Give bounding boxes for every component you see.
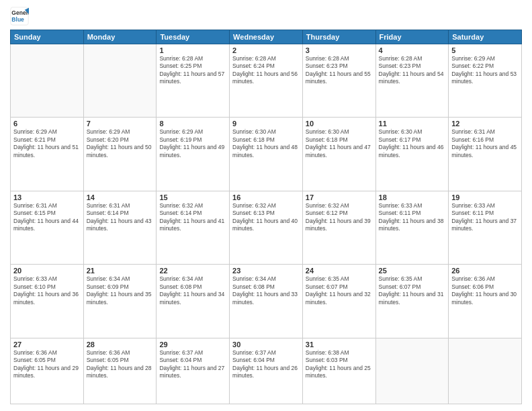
calendar-cell: 30Sunrise: 6:37 AMSunset: 6:04 PMDayligh… bbox=[230, 338, 303, 404]
day-number: 7 bbox=[87, 120, 154, 128]
day-number: 19 bbox=[451, 193, 519, 201]
calendar-cell: 10Sunrise: 6:30 AMSunset: 6:18 PMDayligh… bbox=[302, 118, 375, 191]
day-detail: Sunrise: 6:38 AMSunset: 6:03 PMDaylight:… bbox=[306, 349, 373, 380]
calendar-cell: 29Sunrise: 6:37 AMSunset: 6:04 PMDayligh… bbox=[157, 338, 230, 404]
day-detail: Sunrise: 6:28 AMSunset: 6:25 PMDaylight:… bbox=[159, 55, 226, 86]
calendar-cell: 14Sunrise: 6:31 AMSunset: 6:14 PMDayligh… bbox=[83, 191, 157, 264]
day-number: 2 bbox=[232, 46, 300, 54]
calendar-cell: 19Sunrise: 6:33 AMSunset: 6:11 PMDayligh… bbox=[449, 191, 522, 264]
day-detail: Sunrise: 6:35 AMSunset: 6:07 PMDaylight:… bbox=[379, 275, 446, 306]
calendar-cell: 2Sunrise: 6:28 AMSunset: 6:24 PMDaylight… bbox=[230, 44, 303, 118]
day-number: 17 bbox=[306, 193, 373, 201]
day-number: 3 bbox=[306, 46, 373, 54]
day-number: 31 bbox=[306, 340, 373, 349]
day-number: 30 bbox=[232, 340, 300, 349]
calendar-cell: 23Sunrise: 6:34 AMSunset: 6:08 PMDayligh… bbox=[230, 265, 303, 338]
calendar-body: 1Sunrise: 6:28 AMSunset: 6:25 PMDaylight… bbox=[11, 44, 522, 404]
day-number: 23 bbox=[232, 267, 300, 275]
calendar-cell bbox=[449, 338, 522, 404]
day-header-saturday: Saturday bbox=[449, 30, 522, 44]
calendar-cell bbox=[375, 338, 449, 404]
day-number: 28 bbox=[87, 340, 154, 349]
day-header-friday: Friday bbox=[375, 30, 449, 44]
day-detail: Sunrise: 6:28 AMSunset: 6:23 PMDaylight:… bbox=[306, 55, 373, 86]
calendar-cell: 18Sunrise: 6:33 AMSunset: 6:11 PMDayligh… bbox=[375, 191, 449, 264]
day-number: 21 bbox=[87, 267, 154, 275]
day-number: 6 bbox=[13, 120, 81, 128]
calendar-week-1: 6Sunrise: 6:29 AMSunset: 6:21 PMDaylight… bbox=[11, 118, 522, 191]
calendar-cell bbox=[11, 44, 84, 118]
day-detail: Sunrise: 6:31 AMSunset: 6:14 PMDaylight:… bbox=[87, 202, 154, 233]
calendar-cell: 3Sunrise: 6:28 AMSunset: 6:23 PMDaylight… bbox=[302, 44, 375, 118]
day-number: 4 bbox=[379, 46, 446, 54]
day-number: 29 bbox=[159, 340, 226, 349]
day-detail: Sunrise: 6:30 AMSunset: 6:18 PMDaylight:… bbox=[306, 128, 373, 159]
day-header-tuesday: Tuesday bbox=[157, 30, 230, 44]
calendar-cell: 4Sunrise: 6:28 AMSunset: 6:23 PMDaylight… bbox=[375, 44, 449, 118]
svg-text:Blue: Blue bbox=[11, 16, 24, 23]
day-number: 15 bbox=[159, 193, 226, 201]
day-number: 20 bbox=[13, 267, 81, 275]
calendar-cell: 15Sunrise: 6:32 AMSunset: 6:14 PMDayligh… bbox=[157, 191, 230, 264]
day-detail: Sunrise: 6:28 AMSunset: 6:23 PMDaylight:… bbox=[379, 55, 446, 86]
calendar-cell: 31Sunrise: 6:38 AMSunset: 6:03 PMDayligh… bbox=[302, 338, 375, 404]
calendar-table: SundayMondayTuesdayWednesdayThursdayFrid… bbox=[10, 30, 522, 404]
day-detail: Sunrise: 6:33 AMSunset: 6:11 PMDaylight:… bbox=[451, 202, 519, 233]
day-number: 12 bbox=[451, 120, 519, 128]
day-number: 13 bbox=[13, 193, 81, 201]
day-number: 1 bbox=[159, 46, 226, 54]
day-detail: Sunrise: 6:30 AMSunset: 6:17 PMDaylight:… bbox=[379, 128, 446, 159]
calendar-cell: 22Sunrise: 6:34 AMSunset: 6:08 PMDayligh… bbox=[157, 265, 230, 338]
day-detail: Sunrise: 6:28 AMSunset: 6:24 PMDaylight:… bbox=[232, 55, 300, 86]
header: General Blue bbox=[10, 7, 522, 26]
calendar-cell: 6Sunrise: 6:29 AMSunset: 6:21 PMDaylight… bbox=[11, 118, 84, 191]
calendar-cell: 13Sunrise: 6:31 AMSunset: 6:15 PMDayligh… bbox=[11, 191, 84, 264]
calendar-cell: 7Sunrise: 6:29 AMSunset: 6:20 PMDaylight… bbox=[83, 118, 157, 191]
calendar-cell: 5Sunrise: 6:29 AMSunset: 6:22 PMDaylight… bbox=[449, 44, 522, 118]
day-detail: Sunrise: 6:33 AMSunset: 6:10 PMDaylight:… bbox=[13, 275, 81, 306]
day-detail: Sunrise: 6:34 AMSunset: 6:08 PMDaylight:… bbox=[232, 275, 300, 306]
day-header-wednesday: Wednesday bbox=[230, 30, 303, 44]
day-header-monday: Monday bbox=[83, 30, 157, 44]
calendar-cell bbox=[83, 44, 157, 118]
day-detail: Sunrise: 6:29 AMSunset: 6:22 PMDaylight:… bbox=[451, 55, 519, 86]
day-detail: Sunrise: 6:30 AMSunset: 6:18 PMDaylight:… bbox=[232, 128, 300, 159]
calendar-cell: 16Sunrise: 6:32 AMSunset: 6:13 PMDayligh… bbox=[230, 191, 303, 264]
calendar-cell: 27Sunrise: 6:36 AMSunset: 6:05 PMDayligh… bbox=[11, 338, 84, 404]
calendar-week-3: 20Sunrise: 6:33 AMSunset: 6:10 PMDayligh… bbox=[11, 265, 522, 338]
calendar-week-2: 13Sunrise: 6:31 AMSunset: 6:15 PMDayligh… bbox=[11, 191, 522, 264]
calendar-cell: 20Sunrise: 6:33 AMSunset: 6:10 PMDayligh… bbox=[11, 265, 84, 338]
day-number: 11 bbox=[379, 120, 446, 128]
day-detail: Sunrise: 6:32 AMSunset: 6:13 PMDaylight:… bbox=[232, 202, 300, 233]
calendar-cell: 25Sunrise: 6:35 AMSunset: 6:07 PMDayligh… bbox=[375, 265, 449, 338]
day-number: 18 bbox=[379, 193, 446, 201]
page: General Blue SundayMondayTuesdayWednesda… bbox=[0, 0, 532, 411]
day-header-sunday: Sunday bbox=[11, 30, 84, 44]
day-number: 24 bbox=[306, 267, 373, 275]
day-number: 26 bbox=[451, 267, 519, 275]
day-number: 8 bbox=[159, 120, 226, 128]
day-detail: Sunrise: 6:29 AMSunset: 6:20 PMDaylight:… bbox=[87, 128, 154, 159]
day-detail: Sunrise: 6:35 AMSunset: 6:07 PMDaylight:… bbox=[306, 275, 373, 306]
calendar-cell: 11Sunrise: 6:30 AMSunset: 6:17 PMDayligh… bbox=[375, 118, 449, 191]
day-detail: Sunrise: 6:31 AMSunset: 6:16 PMDaylight:… bbox=[451, 128, 519, 159]
day-detail: Sunrise: 6:33 AMSunset: 6:11 PMDaylight:… bbox=[379, 202, 446, 233]
day-detail: Sunrise: 6:29 AMSunset: 6:21 PMDaylight:… bbox=[13, 128, 81, 159]
calendar-week-4: 27Sunrise: 6:36 AMSunset: 6:05 PMDayligh… bbox=[11, 338, 522, 404]
day-number: 9 bbox=[232, 120, 300, 128]
calendar-cell: 26Sunrise: 6:36 AMSunset: 6:06 PMDayligh… bbox=[449, 265, 522, 338]
day-number: 22 bbox=[159, 267, 226, 275]
calendar-cell: 24Sunrise: 6:35 AMSunset: 6:07 PMDayligh… bbox=[302, 265, 375, 338]
day-detail: Sunrise: 6:29 AMSunset: 6:19 PMDaylight:… bbox=[159, 128, 226, 159]
logo-icon: General Blue bbox=[10, 7, 29, 26]
day-detail: Sunrise: 6:36 AMSunset: 6:05 PMDaylight:… bbox=[87, 349, 154, 380]
day-detail: Sunrise: 6:32 AMSunset: 6:12 PMDaylight:… bbox=[306, 202, 373, 233]
day-detail: Sunrise: 6:36 AMSunset: 6:05 PMDaylight:… bbox=[13, 349, 81, 380]
day-number: 14 bbox=[87, 193, 154, 201]
day-number: 5 bbox=[451, 46, 519, 54]
calendar-cell: 21Sunrise: 6:34 AMSunset: 6:09 PMDayligh… bbox=[83, 265, 157, 338]
calendar-cell: 9Sunrise: 6:30 AMSunset: 6:18 PMDaylight… bbox=[230, 118, 303, 191]
day-number: 10 bbox=[306, 120, 373, 128]
day-number: 16 bbox=[232, 193, 300, 201]
day-detail: Sunrise: 6:32 AMSunset: 6:14 PMDaylight:… bbox=[159, 202, 226, 233]
